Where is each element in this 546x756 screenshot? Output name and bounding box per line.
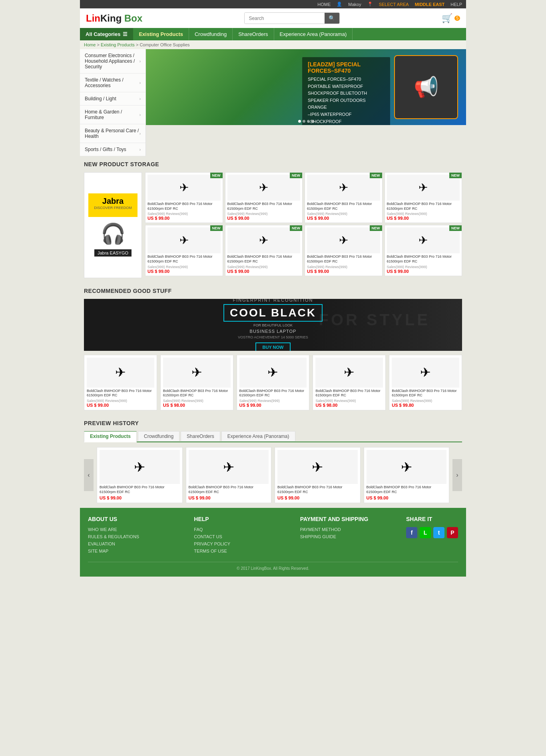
carousel-prev-button[interactable]: ‹ bbox=[84, 459, 94, 491]
preview-tabs: Existing Products Crowdfunding ShareOrde… bbox=[84, 431, 462, 442]
product-price: US $ 99.00 bbox=[189, 495, 269, 500]
footer-faq[interactable]: FAQ bbox=[194, 527, 288, 532]
footer-about-us-title: ABOUT US bbox=[88, 516, 182, 522]
banner-dot-2[interactable] bbox=[303, 120, 305, 123]
twitter-icon[interactable]: t bbox=[433, 527, 444, 538]
footer-shipping-guide[interactable]: SHIPPING GUIDE bbox=[300, 534, 394, 539]
product-price: US $ 99.00 bbox=[147, 216, 221, 221]
sidebar: Consumer Electronics / Household Applian… bbox=[80, 49, 146, 156]
sidebar-item-consumer-electronics[interactable]: Consumer Electronics / Household Applian… bbox=[80, 49, 145, 74]
product-card[interactable]: NEW ✈ BoldClash BWHOOP B03 Pro 716 Motor… bbox=[145, 172, 223, 223]
line-icon[interactable]: L bbox=[420, 527, 431, 538]
preview-history-section: PREVIEW HISTORY Existing Products Crowdf… bbox=[80, 415, 466, 507]
products-row-1: NEW ✈ BoldClash BWHOOP B03 Pro 716 Motor… bbox=[145, 172, 462, 223]
tab-existing-products[interactable]: Existing Products bbox=[84, 431, 137, 442]
nav-crowdfunding[interactable]: Crowdfunding bbox=[189, 28, 233, 40]
footer-site-map[interactable]: SITE MAP bbox=[88, 549, 182, 553]
jabra-tagline: DISCOVER FREEDOM bbox=[93, 206, 133, 210]
nav-share-orders[interactable]: ShareOrders bbox=[233, 28, 274, 40]
product-card[interactable]: NEW ✈ BoldClash BWHOOP B03 Pro 716 Motor… bbox=[385, 172, 462, 223]
carousel-next-button[interactable]: › bbox=[452, 459, 462, 491]
sidebar-item-building-light[interactable]: Building / Light › bbox=[80, 92, 145, 105]
tab-share-orders[interactable]: ShareOrders bbox=[181, 431, 220, 442]
preview-product-card[interactable]: ✈ BoldClash BWHOOP B03 Pro 716 Motor 615… bbox=[186, 447, 272, 503]
search-input[interactable] bbox=[245, 13, 325, 24]
jabra-banner: Jabra DISCOVER FREEDOM 🎧 Jabra EASYGO bbox=[84, 172, 142, 278]
sidebar-item-home-garden[interactable]: Home & Garden / Furniture › bbox=[80, 105, 145, 124]
pinterest-icon[interactable]: P bbox=[447, 527, 458, 538]
rec-banner-brand: COOL BLACK bbox=[223, 304, 323, 322]
footer-terms-of-use[interactable]: TERMS OF USE bbox=[194, 549, 288, 553]
footer-privacy-policy[interactable]: PRIVACY POLICY bbox=[194, 541, 288, 546]
breadcrumb-home[interactable]: Home bbox=[84, 42, 96, 47]
banner-description: SPECIAL FORCES–SF470 PORTABLE WATERPROOF… bbox=[308, 76, 385, 125]
buy-now-button[interactable]: BUY NOW bbox=[255, 342, 291, 351]
banner-dot-3[interactable] bbox=[307, 120, 310, 123]
product-image: ✈ bbox=[277, 450, 358, 484]
rec-product-card[interactable]: ✈ BoldClash BWHOOP B03 Pro 716 Motor 615… bbox=[389, 355, 462, 410]
jabra-headset-image: 🎧 bbox=[101, 222, 126, 245]
search-button[interactable]: 🔍 bbox=[325, 13, 339, 24]
tab-experience-area[interactable]: Experience Area (Panorama) bbox=[221, 431, 295, 442]
facebook-icon[interactable]: f bbox=[406, 527, 417, 538]
sidebar-item-beauty[interactable]: Beauty & Personal Care / Health › bbox=[80, 124, 145, 143]
footer-rules[interactable]: RULES & REGULATIONS bbox=[88, 534, 182, 539]
product-card[interactable]: NEW ✈ BoldClash BWHOOP B03 Pro 716 Motor… bbox=[305, 225, 383, 276]
nav-existing-products[interactable]: Existing Products bbox=[133, 28, 189, 40]
product-name: BoldClash BWHOOP B03 Pro 716 Motor 61500… bbox=[315, 389, 383, 398]
product-name: BoldClash BWHOOP B03 Pro 716 Motor 61500… bbox=[392, 389, 459, 398]
footer-contact-us[interactable]: CONTACT US bbox=[194, 534, 288, 539]
nav-links: Existing Products Crowdfunding ShareOrde… bbox=[133, 28, 353, 40]
product-card[interactable]: NEW ✈ BoldClash BWHOOP B03 Pro 716 Motor… bbox=[225, 172, 303, 223]
product-card[interactable]: NEW ✈ BoldClash BWHOOP B03 Pro 716 Motor… bbox=[305, 172, 383, 223]
cart-icon[interactable]: 🛒 bbox=[442, 13, 452, 24]
home-link[interactable]: HOME bbox=[317, 2, 331, 7]
preview-product-card[interactable]: ✈ BoldClash BWHOOP B03 Pro 716 Motor 615… bbox=[275, 447, 361, 503]
product-name: BoldClash BWHOOP B03 Pro 716 Motor 61500… bbox=[147, 202, 221, 211]
product-card[interactable]: NEW ✈ BoldClash BWHOOP B03 Pro 716 Motor… bbox=[385, 225, 462, 276]
new-badge: NEW bbox=[370, 225, 382, 231]
preview-product-card[interactable]: ✈ BoldClash BWHOOP B03 Pro 716 Motor 615… bbox=[364, 447, 450, 503]
cart-area: 🛒 5 bbox=[442, 13, 460, 24]
chevron-right-icon: › bbox=[139, 81, 141, 85]
tab-crowdfunding[interactable]: Crowdfunding bbox=[138, 431, 179, 442]
all-categories-button[interactable]: All Categories ☰ bbox=[80, 28, 133, 40]
sidebar-item-textile[interactable]: Textile / Watches / Accessories › bbox=[80, 74, 145, 92]
help-link[interactable]: HELP bbox=[450, 2, 462, 7]
product-image: ✈ bbox=[147, 175, 221, 201]
nav-experience-area[interactable]: Experience Area (Panorama) bbox=[274, 28, 353, 40]
rec-product-card[interactable]: ✈ BoldClash BWHOOP B03 Pro 716 Motor 615… bbox=[160, 355, 233, 410]
top-bar: HOME 👤 Makoy 📍 SELECT AREA MIDDLE EAST H… bbox=[80, 0, 466, 8]
makoy-link[interactable]: Makoy bbox=[348, 2, 361, 7]
banner-dot-4[interactable] bbox=[311, 120, 314, 123]
product-price: US $ 99.00 bbox=[367, 495, 447, 500]
product-price: US $ 99.00 bbox=[100, 495, 180, 500]
search-bar: 🔍 bbox=[244, 12, 340, 24]
product-meta: Sales(999) Reviews(999) bbox=[392, 399, 459, 403]
rec-product-card[interactable]: ✈ BoldClash BWHOOP B03 Pro 716 Motor 615… bbox=[237, 355, 310, 410]
preview-product-card[interactable]: ✈ BoldClash BWHOOP B03 Pro 716 Motor 615… bbox=[97, 447, 183, 503]
region-link[interactable]: MIDDLE EAST bbox=[415, 2, 445, 7]
rec-product-card[interactable]: ✈ BoldClash BWHOOP B03 Pro 716 Motor 615… bbox=[84, 355, 157, 410]
rec-product-card[interactable]: ✈ BoldClash BWHOOP B03 Pro 716 Motor 615… bbox=[313, 355, 386, 410]
product-name: BoldClash BWHOOP B03 Pro 716 Motor 61500… bbox=[307, 255, 380, 264]
banner-dot-1[interactable] bbox=[298, 120, 301, 123]
product-card[interactable]: NEW ✈ BoldClash BWHOOP B03 Pro 716 Motor… bbox=[145, 225, 223, 276]
footer-payment-method[interactable]: PAYMENT METHOD bbox=[300, 527, 394, 532]
product-image: ✈ bbox=[387, 175, 460, 201]
product-image: ✈ bbox=[189, 450, 269, 484]
banner-text-box: [LEADZM] SPECIAL FORCES–SF470 SPECIAL FO… bbox=[302, 57, 390, 125]
footer-evaluation[interactable]: EVALUATION bbox=[88, 541, 182, 546]
social-icons: f L t P bbox=[406, 527, 458, 538]
new-badge: NEW bbox=[290, 173, 302, 178]
product-card[interactable]: NEW ✈ BoldClash BWHOOP B03 Pro 716 Motor… bbox=[225, 225, 303, 276]
footer-who-we-are[interactable]: WHO WE ARE bbox=[88, 527, 182, 532]
rec-banner-model: VOSTRO ACHIEVEMENT 14 5000 SERIES bbox=[223, 335, 323, 339]
rec-overlay-text: FOR STYLE bbox=[319, 311, 430, 329]
product-price: US $ 99.00 bbox=[147, 269, 221, 274]
breadcrumb-existing-products[interactable]: Existing Products bbox=[101, 42, 135, 47]
rec-banner-subtitle: FINGERPRINT RECOGNITION bbox=[223, 299, 323, 302]
footer-share: SHARE IT f L t P bbox=[406, 516, 458, 556]
sidebar-item-sports[interactable]: Sports / Gifts / Toys › bbox=[80, 143, 145, 156]
product-meta: Sales(999) Reviews(999) bbox=[239, 399, 307, 403]
